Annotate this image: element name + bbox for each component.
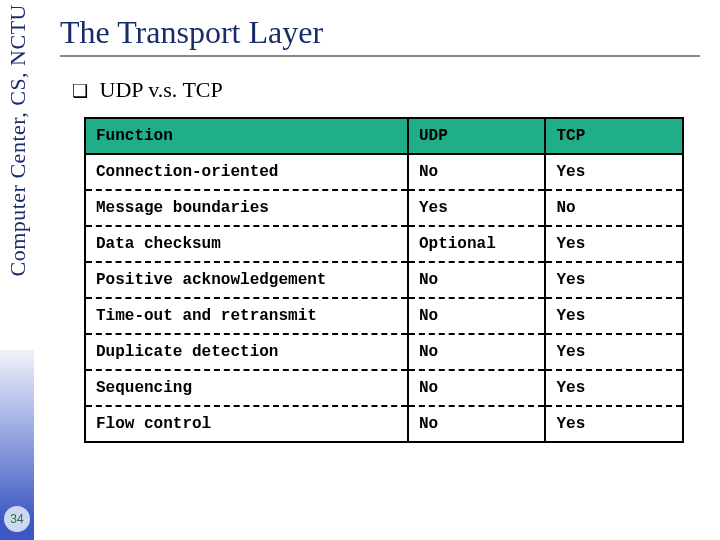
cell-tcp: Yes [545, 262, 683, 298]
table-row: Data checksum Optional Yes [85, 226, 683, 262]
cell-function: Message boundaries [85, 190, 408, 226]
table-row: Time-out and retransmit No Yes [85, 298, 683, 334]
cell-function: Data checksum [85, 226, 408, 262]
cell-function: Positive acknowledgement [85, 262, 408, 298]
col-header-function: Function [85, 118, 408, 154]
cell-tcp: Yes [545, 226, 683, 262]
section-subhead: ❑ UDP v.s. TCP [72, 77, 700, 103]
cell-tcp: Yes [545, 334, 683, 370]
cell-tcp: Yes [545, 154, 683, 190]
sidebar-gradient-band: 34 [0, 350, 34, 540]
cell-udp: Yes [408, 190, 546, 226]
col-header-udp: UDP [408, 118, 546, 154]
cell-tcp: No [545, 190, 683, 226]
cell-udp: Optional [408, 226, 546, 262]
cell-udp: No [408, 406, 546, 442]
cell-udp: No [408, 262, 546, 298]
cell-function: Time-out and retransmit [85, 298, 408, 334]
title-underline [60, 55, 700, 57]
cell-tcp: Yes [545, 298, 683, 334]
cell-udp: No [408, 154, 546, 190]
slide-content: The Transport Layer ❑ UDP v.s. TCP Funct… [60, 10, 700, 530]
cell-udp: No [408, 370, 546, 406]
table-row: Positive acknowledgement No Yes [85, 262, 683, 298]
sidebar-org-label: Computer Center, CS, NCTU [5, 4, 31, 277]
cell-udp: No [408, 334, 546, 370]
table-row: Connection-oriented No Yes [85, 154, 683, 190]
page-number-badge: 34 [4, 506, 30, 532]
subhead-text: UDP v.s. TCP [100, 77, 223, 102]
cell-tcp: Yes [545, 370, 683, 406]
udp-tcp-comparison-table: Function UDP TCP Connection-oriented No … [84, 117, 684, 443]
cell-function: Connection-oriented [85, 154, 408, 190]
cell-udp: No [408, 298, 546, 334]
cell-function: Flow control [85, 406, 408, 442]
cell-function: Sequencing [85, 370, 408, 406]
cell-tcp: Yes [545, 406, 683, 442]
slide-title: The Transport Layer [60, 14, 700, 51]
table-header-row: Function UDP TCP [85, 118, 683, 154]
table-row: Duplicate detection No Yes [85, 334, 683, 370]
table-row: Sequencing No Yes [85, 370, 683, 406]
table-row: Flow control No Yes [85, 406, 683, 442]
cell-function: Duplicate detection [85, 334, 408, 370]
square-bullet-icon: ❑ [72, 81, 88, 101]
col-header-tcp: TCP [545, 118, 683, 154]
table-row: Message boundaries Yes No [85, 190, 683, 226]
